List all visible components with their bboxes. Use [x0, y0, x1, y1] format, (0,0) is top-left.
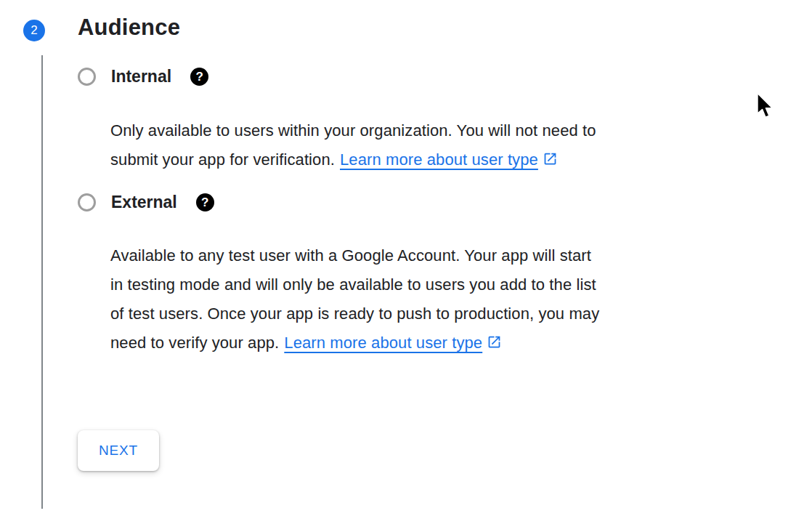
learn-more-link[interactable]: Learn more about user type — [340, 150, 538, 169]
help-icon-glyph: ? — [201, 195, 208, 210]
description-text: need to verify your app. — [110, 334, 279, 352]
help-icon[interactable]: ? — [190, 68, 208, 86]
external-description: Available to any test user with a Google… — [110, 241, 599, 358]
internal-description: Only available to users within your orga… — [110, 116, 596, 174]
step-number: 2 — [31, 23, 37, 38]
internal-option-row: Internal ? — [78, 67, 208, 86]
description-line: need to verify your app.Learn more about… — [110, 328, 599, 358]
step-title: Audience — [78, 15, 180, 41]
external-radio[interactable] — [78, 193, 96, 211]
external-option-row: External ? — [78, 193, 214, 212]
internal-radio-label[interactable]: Internal — [111, 67, 171, 86]
step-connector-line — [41, 55, 43, 509]
description-line: in testing mode and will only be availab… — [110, 270, 599, 299]
description-text: submit your app for verification. — [110, 150, 335, 169]
learn-more-link[interactable]: Learn more about user type — [284, 334, 482, 352]
step-number-badge: 2 — [23, 20, 45, 41]
mouse-cursor — [756, 92, 774, 118]
external-radio-label[interactable]: External — [111, 193, 177, 212]
description-line: submit your app for verification.Learn m… — [110, 145, 596, 174]
open-in-new-icon[interactable] — [543, 147, 558, 176]
help-icon-glyph: ? — [195, 70, 203, 84]
open-in-new-icon[interactable] — [487, 330, 502, 359]
internal-radio[interactable] — [78, 68, 96, 86]
description-line: Only available to users within your orga… — [110, 116, 596, 145]
description-line: Available to any test user with a Google… — [110, 241, 599, 270]
description-line: of test users. Once your app is ready to… — [110, 299, 599, 328]
help-icon[interactable]: ? — [196, 193, 214, 211]
next-button[interactable]: NEXT — [78, 430, 159, 471]
